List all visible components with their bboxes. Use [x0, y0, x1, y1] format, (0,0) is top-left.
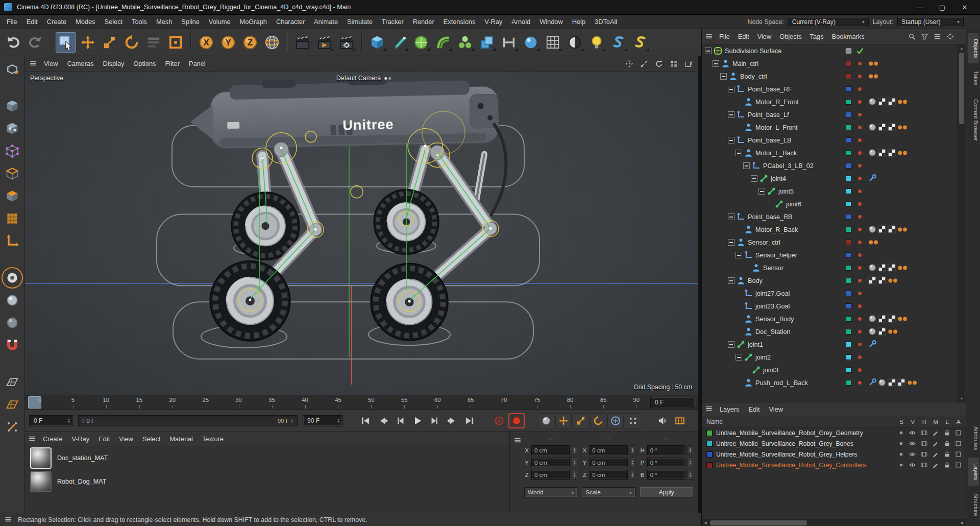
layer-grey-icon[interactable]	[845, 47, 852, 55]
visibility-dot[interactable]	[858, 87, 862, 91]
coordinate-input[interactable]: 0 cm	[531, 470, 570, 480]
expand-toggle[interactable]	[736, 150, 742, 156]
visibility-dot[interactable]	[858, 189, 862, 193]
menu-edit[interactable]: Edit	[22, 18, 42, 26]
expand-toggle[interactable]	[728, 213, 734, 220]
layer-row-unitree-mobile-surveillance-robot-grey-bones[interactable]: Unitree_Mobile_Surveillance_Robot_Grey_B…	[702, 438, 966, 449]
play-sound-button[interactable]	[654, 413, 671, 428]
layer-color-swatch[interactable]	[846, 354, 851, 360]
visibility-dot[interactable]	[858, 75, 862, 78]
checker-tag-icon[interactable]	[878, 225, 886, 233]
render-toggle[interactable]	[921, 451, 928, 458]
scrollbar-thumb[interactable]	[959, 53, 964, 124]
expand-toggle[interactable]	[728, 137, 734, 144]
anim-dots-icon[interactable]	[897, 225, 908, 233]
visibility-dot[interactable]	[858, 368, 862, 372]
object-row-point-base-rb[interactable]: Point_base_RB	[702, 210, 957, 223]
move-tool-button[interactable]	[78, 32, 98, 53]
hud-toggle-button[interactable]	[672, 413, 688, 428]
layer-color-swatch[interactable]	[846, 137, 851, 143]
search-icon[interactable]	[908, 33, 916, 41]
detach-view-icon[interactable]	[683, 58, 694, 69]
texture-tag-icon[interactable]	[868, 98, 876, 106]
checker-tag-icon[interactable]	[878, 98, 886, 106]
object-row-joint2[interactable]: joint2	[702, 351, 957, 364]
coordinate-system-button[interactable]	[262, 32, 282, 53]
visibility-dot[interactable]	[858, 253, 862, 257]
layer-row-unitree-mobile-surveillance-robot-grey-controllers[interactable]: Unitree_Mobile_Surveillance_Robot_Grey_C…	[702, 460, 966, 470]
visibility-dot[interactable]	[858, 215, 862, 219]
scroll-left-icon[interactable]: ◀	[702, 519, 709, 526]
render-toggle[interactable]	[921, 462, 928, 469]
record-point-level-button[interactable]	[625, 413, 641, 428]
world-select[interactable]: World▾	[524, 487, 577, 497]
anim-dots-icon[interactable]	[868, 59, 879, 67]
undo-button[interactable]	[3, 32, 23, 53]
texture-tag-icon[interactable]	[868, 315, 876, 323]
layer-color-swatch[interactable]	[846, 163, 851, 169]
expand-toggle[interactable]	[751, 175, 757, 182]
visibility-dot[interactable]	[858, 126, 862, 129]
animation-toggle[interactable]	[955, 462, 962, 469]
spinner-control[interactable]: ▲▼	[688, 470, 693, 480]
manager-toggle[interactable]	[932, 429, 939, 437]
layer-color-swatch[interactable]	[846, 342, 851, 347]
y-axis-lock-button[interactable]: Y	[218, 32, 238, 53]
material-menu-v-ray[interactable]: V-Ray	[67, 435, 94, 443]
minimize-button[interactable]: —	[909, 0, 931, 14]
viewport-menu-cameras[interactable]: Cameras	[63, 60, 99, 67]
object-row-body[interactable]: Body	[702, 274, 957, 287]
coordinate-input[interactable]: 0 cm	[589, 445, 627, 455]
coordinate-input[interactable]: 0 cm	[531, 445, 570, 455]
checker-tag-icon[interactable]	[888, 378, 896, 387]
mograph-cloner-button[interactable]	[455, 32, 475, 53]
layer-color-swatch[interactable]	[846, 74, 851, 79]
panel-tab-content-browser[interactable]: Content Browser	[968, 93, 979, 147]
spinner-control[interactable]: ▲▼	[688, 458, 693, 467]
checker-tag-icon[interactable]	[888, 123, 896, 131]
object-row-main-ctrl[interactable]: Main_ctrl	[702, 57, 957, 70]
layer-color-swatch[interactable]	[846, 125, 851, 130]
menu-mograph[interactable]: MoGraph	[235, 18, 272, 26]
spinner-control[interactable]: ▲▼	[630, 445, 635, 455]
object-row-push-rod-l-back[interactable]: Push_rod_L_Back	[702, 376, 957, 389]
spinner-control[interactable]: ▲▼	[334, 418, 340, 423]
lock-toggle[interactable]	[944, 440, 951, 447]
viewport-menu-filter[interactable]: Filter	[161, 60, 184, 67]
animation-toggle[interactable]	[955, 440, 962, 447]
spinner-control[interactable]: ▲▼	[688, 445, 693, 455]
menu-spline[interactable]: Spline	[177, 18, 204, 26]
visibility-dot[interactable]	[858, 317, 862, 321]
points-mode-button[interactable]	[3, 141, 22, 161]
lock-toggle[interactable]	[944, 429, 951, 437]
layer-color-swatch[interactable]	[706, 462, 713, 468]
expand-toggle[interactable]	[728, 239, 734, 246]
menu-mesh[interactable]: Mesh	[152, 18, 177, 26]
texture-tag-icon[interactable]	[868, 123, 876, 131]
anim-dots-icon[interactable]	[888, 327, 898, 336]
anim-dots-icon[interactable]	[868, 238, 879, 246]
manager-toggle[interactable]	[932, 462, 939, 469]
menu-render[interactable]: Render	[408, 18, 439, 26]
bend-deformer-button[interactable]	[433, 32, 453, 53]
expand-toggle[interactable]	[758, 188, 765, 195]
expand-toggle[interactable]	[728, 86, 734, 92]
menu-help[interactable]: Help	[568, 18, 590, 26]
menu-3dtoall[interactable]: 3DToAll	[590, 18, 622, 26]
layer-color-swatch[interactable]	[846, 150, 851, 156]
layer-color-swatch[interactable]	[846, 303, 851, 309]
menu-window[interactable]: Window	[535, 18, 568, 26]
visibility-dot[interactable]	[858, 228, 862, 231]
panel-menu-icon[interactable]	[4, 515, 13, 524]
go-to-next-frame-button[interactable]	[427, 413, 443, 428]
object-row-doc-station[interactable]: Doc_Station	[702, 325, 957, 338]
z-axis-lock-button[interactable]: Z	[240, 32, 260, 53]
object-row-joint3[interactable]: joint3	[702, 364, 957, 376]
expand-toggle[interactable]	[728, 111, 734, 118]
object-row-joint1[interactable]: joint1	[702, 338, 957, 351]
record-rotation-button[interactable]	[590, 413, 606, 428]
material-menu-create[interactable]: Create	[38, 435, 67, 443]
scale-select[interactable]: Scale▾	[582, 487, 635, 497]
menu-arnold[interactable]: Arnold	[507, 18, 535, 26]
panel-tab-objects[interactable]: Objects	[968, 33, 979, 63]
